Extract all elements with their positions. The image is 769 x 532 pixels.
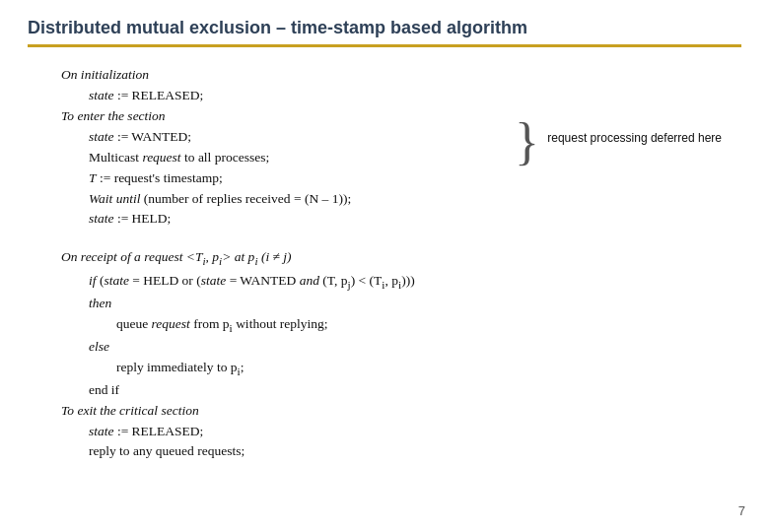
- line-end-if: end if: [89, 380, 741, 401]
- header: Distributed mutual exclusion – time-stam…: [0, 0, 769, 47]
- line-else: else: [89, 337, 741, 358]
- line-state-held: state := HELD;: [89, 209, 741, 230]
- line-state-released2: state := RELEASED;: [89, 422, 741, 442]
- main-content: On initialization state := RELEASED; To …: [0, 47, 769, 462]
- line-if: if (state = HELD or (state = WANTED and …: [89, 271, 741, 294]
- initialization-block: On initialization state := RELEASED; To …: [61, 65, 741, 230]
- line-multicast: Multicast request to all processes;: [89, 148, 741, 168]
- line-reply-queued: reply to any queued requests;: [89, 441, 741, 462]
- line-timestamp: T := request's timestamp;: [89, 168, 741, 189]
- line-then: then: [89, 294, 741, 314]
- deferred-label: request processing deferred here: [547, 129, 722, 148]
- line-wait-until: Wait until (number of replies received =…: [89, 189, 741, 210]
- line-queue: queue request from pi without replying;: [116, 314, 741, 337]
- line-receipt: On receipt of a request <Ti, pi> at pi (…: [61, 247, 741, 270]
- line-reply: reply immediately to pi;: [116, 358, 741, 380]
- slide: Distributed mutual exclusion – time-stam…: [0, 0, 769, 532]
- page-number: 7: [738, 503, 745, 518]
- line-init: On initialization: [61, 65, 741, 86]
- slide-title: Distributed mutual exclusion – time-stam…: [28, 18, 741, 38]
- line-exit-section: To exit the critical section: [61, 401, 741, 422]
- line-state-released: state := RELEASED;: [89, 86, 741, 106]
- line-enter-section: To enter the section: [61, 106, 741, 127]
- brace-symbol: }: [515, 116, 539, 167]
- receipt-block: On receipt of a request <Ti, pi> at pi (…: [61, 247, 741, 462]
